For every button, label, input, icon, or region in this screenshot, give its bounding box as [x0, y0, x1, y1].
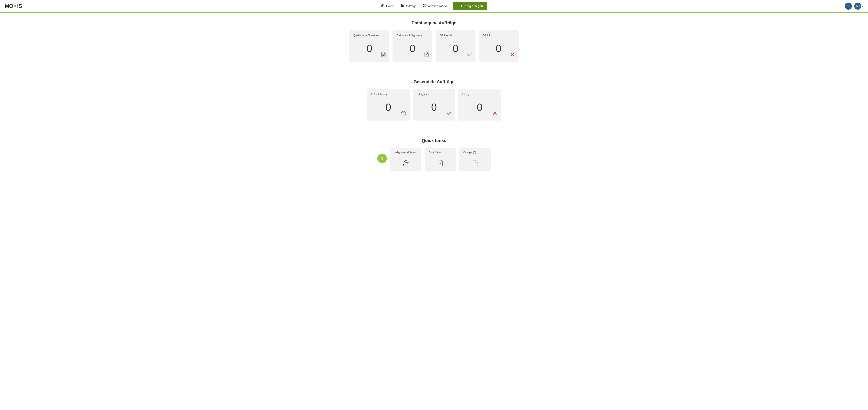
svg-point-0	[424, 5, 425, 6]
nav-auftraege[interactable]: Aufträge	[400, 4, 417, 8]
gesendete-title: Gesendete Aufträge	[349, 79, 519, 84]
quicklinks-title: Quick Links	[349, 138, 519, 143]
gesendete-cards: In Ausführung 0 Erfolgreich 0	[367, 89, 501, 121]
avatar-initials: AH	[856, 4, 860, 7]
svg-point-3	[426, 55, 427, 56]
card-empf-erfolglos[interactable]: Erfolglos 0	[478, 30, 519, 62]
main-nav: Home Aufträge Administration + Auftrag a…	[381, 2, 487, 10]
nav-administration-label: Administration	[428, 4, 446, 8]
help-label: ?	[847, 4, 849, 8]
help-button[interactable]: ?	[845, 3, 852, 10]
card-ges-erfolglos[interactable]: Erfolglos 0	[458, 89, 501, 121]
quicklinks-wrapper: 1 KollegInnen einladen Entwürfe (0)	[349, 148, 519, 171]
user-menu-button[interactable]: AH ▾	[854, 3, 863, 10]
arrow-clock-icon	[401, 111, 406, 117]
doc-copy-icon	[471, 159, 478, 168]
quicklink-vorlagen-label: Vorlagen (0)	[463, 151, 476, 154]
card-in-ausfuehrung-label: In Ausführung	[371, 93, 406, 96]
card-qualifizierte[interactable]: Qualifizierte Signaturen 0	[349, 30, 390, 62]
gesendete-section: Gesendete Aufträge In Ausführung 0 Erfol…	[349, 79, 519, 121]
header-right: ? AH ▾	[845, 3, 863, 10]
doc-sign-icon	[381, 52, 386, 59]
card-freigaben-label: Freigaben & Signaturen	[397, 34, 429, 37]
card-empf-erfolgreich-label: Erfolgreich	[439, 34, 471, 37]
quicklinks-grid: KollegInnen einladen Entwürfe (0)	[390, 148, 491, 171]
doc-edit-icon	[437, 159, 444, 168]
card-ges-erfolglos-label: Erfolglos	[462, 93, 497, 96]
quicklinks-section: Quick Links 1 KollegInnen einladen	[349, 138, 519, 171]
create-order-button[interactable]: + Auftrag anlegen	[453, 2, 487, 10]
card-in-ausfuehrung[interactable]: In Ausführung 0	[367, 89, 410, 121]
check-icon-ges	[446, 111, 452, 117]
card-qualifizierte-label: Qualifizierte Signaturen	[353, 34, 385, 37]
check-icon	[467, 52, 472, 59]
doc-check-icon	[424, 52, 429, 59]
user-plus-icon	[402, 159, 409, 168]
home-icon	[381, 4, 385, 8]
section-divider-1	[349, 71, 519, 71]
quicklinks-badge: 1	[377, 154, 387, 163]
avatar: AH	[854, 3, 861, 10]
logo: MOIS	[5, 3, 22, 9]
nav-home-label: Home	[386, 4, 394, 8]
quicklink-kolleginnen-label: KollegInnen einladen	[394, 151, 416, 154]
card-in-ausfuehrung-value: 0	[371, 97, 406, 117]
nav-auftraege-label: Aufträge	[405, 4, 417, 8]
logo-x-icon	[13, 4, 17, 8]
card-freigaben[interactable]: Freigaben & Signaturen 0	[393, 30, 432, 62]
empfangene-title: Empfangene Aufträge	[349, 21, 519, 26]
quicklink-entwuerfe-label: Entwürfe (0)	[429, 151, 441, 154]
card-empf-erfolgreich[interactable]: Erfolgreich 0	[436, 30, 475, 62]
empfangene-cards: Qualifizierte Signaturen 0 Freigaben & S…	[349, 30, 519, 62]
nav-home[interactable]: Home	[381, 4, 394, 8]
card-ges-erfolgreich-value: 0	[417, 97, 451, 117]
empfangene-section: Empfangene Aufträge Qualifizierte Signat…	[349, 21, 519, 62]
card-ges-erfolgreich-label: Erfolgreich	[417, 93, 451, 96]
gear-icon	[423, 4, 426, 8]
x-icon	[510, 52, 516, 59]
quicklink-kolleginnen[interactable]: KollegInnen einladen	[390, 148, 422, 171]
quicklink-vorlagen[interactable]: Vorlagen (0)	[459, 148, 491, 171]
nav-administration[interactable]: Administration	[423, 4, 446, 8]
x-icon-ges	[492, 111, 498, 117]
card-empf-erfolglos-label: Erfolglos	[483, 34, 515, 37]
create-order-label: Auftrag anlegen	[461, 4, 483, 8]
chevron-down-icon: ▾	[862, 5, 863, 7]
plus-icon: +	[457, 4, 459, 8]
card-ges-erfolglos-value: 0	[462, 97, 497, 117]
card-ges-erfolgreich[interactable]: Erfolgreich 0	[413, 89, 455, 121]
quicklink-entwuerfe[interactable]: Entwürfe (0)	[425, 148, 456, 171]
svg-point-9	[404, 160, 407, 163]
main-content: Empfangene Aufträge Qualifizierte Signat…	[345, 12, 523, 179]
svg-rect-12	[474, 162, 478, 166]
folder-icon	[400, 4, 404, 8]
header: MOIS Home Aufträge	[0, 0, 868, 12]
